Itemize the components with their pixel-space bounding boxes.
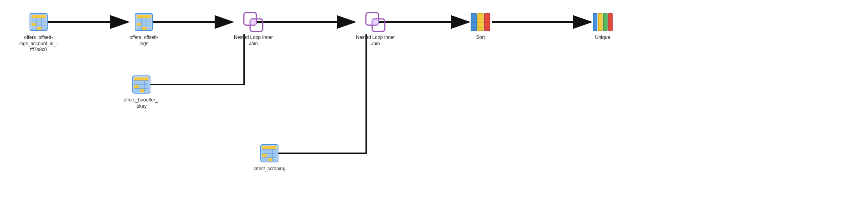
svg-rect-4 [37, 19, 42, 22]
svg-rect-19 [137, 19, 141, 22]
svg-rect-42 [140, 89, 145, 92]
svg-rect-11 [43, 27, 46, 30]
svg-rect-85 [603, 13, 607, 31]
node-node2: offers_offsett- ings [130, 12, 158, 47]
node-node4: Nested Loop Inner Join [234, 12, 273, 47]
svg-rect-41 [134, 89, 139, 92]
node-node1: offers_offsett- ings_account_id_- fff7a8… [19, 12, 57, 53]
svg-rect-2 [32, 15, 46, 18]
svg-rect-53 [262, 146, 276, 149]
query-plan-canvas: offers_offsett- ings_account_id_- fff7a8… [0, 0, 868, 217]
sort-icon-node7 [470, 12, 491, 32]
svg-rect-20 [142, 19, 147, 22]
svg-rect-18 [137, 15, 151, 18]
svg-rect-36 [140, 81, 145, 85]
node-label-node5: latest_scraping [254, 166, 286, 172]
svg-rect-55 [268, 150, 273, 153]
node-node7: Sort [470, 12, 491, 41]
svg-rect-70 [372, 19, 378, 25]
svg-rect-72 [478, 13, 483, 31]
svg-rect-7 [37, 23, 42, 26]
svg-rect-37 [145, 81, 148, 85]
node-label-node6: Nested Loop Inner Join [356, 35, 395, 47]
svg-rect-83 [593, 13, 597, 31]
node-label-node3: offers_boooffer_- pkey [124, 97, 160, 109]
svg-rect-62 [273, 158, 276, 161]
svg-rect-61 [268, 158, 273, 161]
svg-rect-25 [137, 27, 141, 30]
svg-rect-27 [148, 27, 151, 30]
node-node6: Nested Loop Inner Join [356, 12, 395, 47]
svg-rect-34 [134, 77, 148, 81]
svg-rect-86 [608, 13, 612, 31]
table-icon-node5 [259, 143, 280, 164]
node-label-node7: Sort [476, 35, 485, 41]
svg-rect-39 [140, 85, 145, 88]
table-icon-node3 [131, 74, 152, 95]
table-icon-node2 [134, 12, 154, 32]
svg-rect-38 [134, 85, 139, 88]
node-label-node8: Unique [595, 35, 610, 41]
node-label-node2: offers_offsett- ings [130, 35, 158, 47]
svg-rect-40 [145, 85, 148, 88]
join-icon-node4 [243, 12, 263, 32]
svg-rect-73 [484, 13, 490, 31]
svg-rect-24 [148, 23, 151, 26]
svg-rect-3 [32, 19, 36, 22]
svg-rect-56 [273, 150, 276, 153]
svg-rect-6 [32, 23, 36, 26]
join-icon-node6 [365, 12, 386, 32]
table-icon-node1 [28, 12, 49, 32]
svg-rect-22 [137, 23, 141, 26]
svg-rect-5 [43, 19, 46, 22]
svg-rect-54 [262, 150, 267, 153]
svg-rect-71 [471, 13, 477, 31]
node-label-node4: Nested Loop Inner Join [234, 35, 273, 47]
node-node5: latest_scraping [254, 143, 286, 172]
svg-rect-8 [43, 23, 46, 26]
svg-rect-26 [142, 27, 147, 30]
svg-rect-59 [273, 154, 276, 157]
node-node3: offers_boooffer_- pkey [124, 74, 160, 109]
svg-rect-10 [37, 27, 42, 30]
svg-rect-43 [145, 89, 148, 92]
svg-rect-51 [250, 19, 256, 25]
svg-rect-60 [262, 158, 267, 161]
svg-rect-58 [268, 154, 273, 157]
unique-icon-node8 [592, 12, 613, 32]
svg-rect-57 [262, 154, 267, 157]
svg-rect-84 [598, 13, 602, 31]
svg-rect-23 [142, 23, 147, 26]
svg-rect-9 [32, 27, 36, 30]
svg-rect-35 [134, 81, 139, 85]
svg-rect-21 [148, 19, 151, 22]
node-node8: Unique [592, 12, 613, 41]
node-label-node1: offers_offsett- ings_account_id_- fff7a8… [19, 35, 57, 53]
